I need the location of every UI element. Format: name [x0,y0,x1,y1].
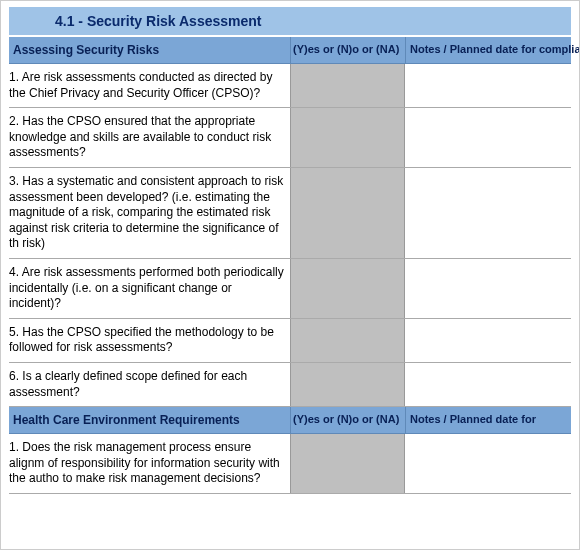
assessment-row: 5. Has the CPSO specified the methodolog… [9,319,571,363]
page-title: 4.1 - Security Risk Assessment [9,7,571,35]
notes-cell[interactable] [405,168,571,258]
assessment-row: 1. Are risk assessments conducted as dir… [9,64,571,108]
yesno-cell[interactable] [290,168,405,258]
col-header-question: Health Care Environment Requirements [9,407,290,433]
yesno-cell[interactable] [290,259,405,318]
section-header-assessing: Assessing Security Risks (Y)es or (N)o o… [9,37,571,64]
assessment-row: 4. Are risk assessments performed both p… [9,259,571,319]
assessment-row: 1. Does the risk management process ensu… [9,434,571,494]
yesno-cell[interactable] [290,64,405,107]
yesno-input[interactable] [291,64,404,107]
col-header-notes: Notes / Planned date for compliance [405,37,580,63]
question-text: 2. Has the CPSO ensured that the appropr… [9,108,290,167]
col-header-notes: Notes / Planned date for [405,407,571,433]
col-header-question: Assessing Security Risks [9,37,290,63]
yesno-cell[interactable] [290,363,405,406]
yesno-input[interactable] [291,363,404,406]
notes-cell[interactable] [405,64,571,107]
question-text: 1. Does the risk management process ensu… [9,434,290,493]
yesno-cell[interactable] [290,108,405,167]
yesno-cell[interactable] [290,434,405,493]
notes-cell[interactable] [405,319,571,362]
assessment-row: 3. Has a systematic and consistent appro… [9,168,571,259]
question-text: 1. Are risk assessments conducted as dir… [9,64,290,107]
notes-cell[interactable] [405,363,571,406]
section-header-healthcare: Health Care Environment Requirements (Y)… [9,407,571,434]
yesno-input[interactable] [291,259,404,318]
yesno-input[interactable] [291,168,404,258]
question-text: 3. Has a systematic and consistent appro… [9,168,290,258]
notes-cell[interactable] [405,434,571,493]
notes-cell[interactable] [405,108,571,167]
question-text: 6. Is a clearly defined scope defined fo… [9,363,290,406]
yesno-input[interactable] [291,434,404,493]
assessment-row: 2. Has the CPSO ensured that the appropr… [9,108,571,168]
assessment-row: 6. Is a clearly defined scope defined fo… [9,363,571,407]
question-text: 4. Are risk assessments performed both p… [9,259,290,318]
col-header-yesno: (Y)es or (N)o or (NA) [290,37,405,63]
col-header-yesno: (Y)es or (N)o or (NA) [290,407,405,433]
notes-cell[interactable] [405,259,571,318]
yesno-input[interactable] [291,108,404,167]
assessment-page: 4.1 - Security Risk Assessment Assessing… [0,0,580,550]
yesno-cell[interactable] [290,319,405,362]
question-text: 5. Has the CPSO specified the methodolog… [9,319,290,362]
yesno-input[interactable] [291,319,404,362]
